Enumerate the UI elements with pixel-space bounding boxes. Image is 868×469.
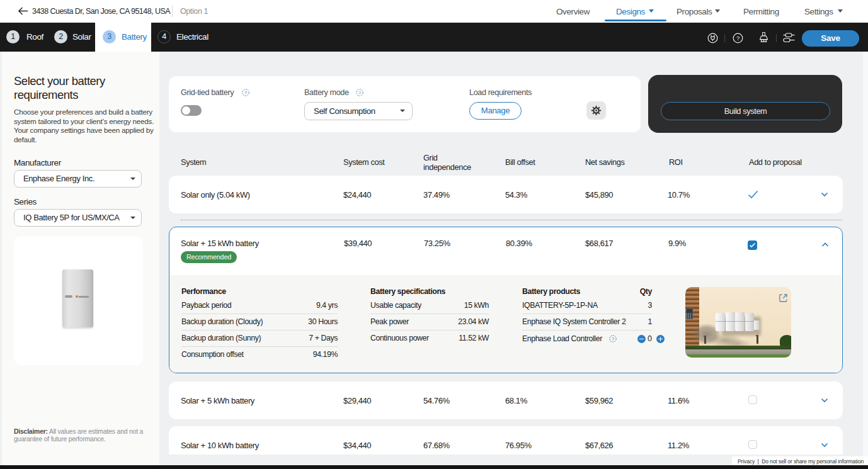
svg-text:?: ? bbox=[358, 90, 361, 96]
svg-text:?: ? bbox=[612, 336, 614, 342]
svg-text:?: ? bbox=[736, 35, 740, 42]
svg-text:?: ? bbox=[244, 90, 247, 96]
